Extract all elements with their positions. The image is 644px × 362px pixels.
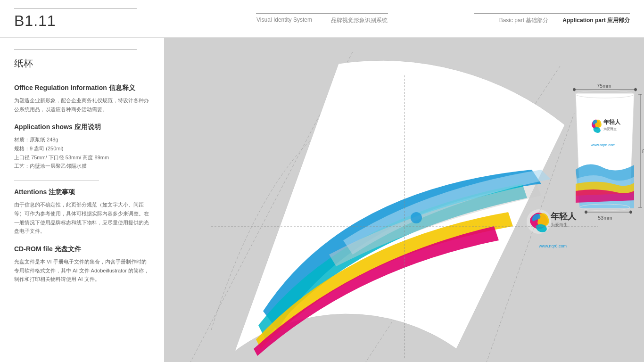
vi-label: Visual Identity System — [256, 16, 312, 25]
header-right-content: Basic part 基础部分 Application part 应用部分 — [474, 13, 630, 25]
cdrom-heading: CD-ROM file 光盘文件 — [14, 245, 150, 254]
svg-text:年轻人: 年轻人 — [603, 119, 621, 125]
main-layout: 纸杯 Office Regulation Information 信息释义 为塑… — [0, 38, 644, 362]
app-item-1: 材质：原浆纸 248g — [14, 135, 150, 144]
header-center: Visual Identity System 品牌视觉形象识别系统 — [256, 13, 388, 25]
svg-text:为爱而生: 为爱而生 — [551, 222, 568, 227]
app-item-3: 上口径 75mm/ 下口径 53mm/ 高度 89mm — [14, 153, 150, 162]
svg-text:www.nqr6.com: www.nqr6.com — [590, 143, 616, 147]
office-reg-body: 为塑造企业新形象，配合企业商务礼仪规范，特设计各种办公系统用品，以适应各种商务活… — [14, 96, 150, 114]
svg-point-21 — [629, 211, 632, 214]
app-item-2: 规格：9 盎司 (250ml) — [14, 144, 150, 153]
sidebar-top-line — [14, 49, 137, 49]
svg-point-20 — [585, 211, 587, 214]
svg-text:53mm: 53mm — [598, 215, 612, 221]
svg-point-15 — [634, 88, 637, 91]
app-part-label: Application part 应用部分 — [562, 16, 630, 25]
header: B1.11 Visual Identity System 品牌视觉形象识别系统 … — [0, 0, 644, 38]
cdrom-body: 光盘文件是本 VI 手册电子文件的集合，内含手册制作时的专用软件格式文件，其中 … — [14, 257, 150, 284]
svg-text:89mm: 89mm — [642, 148, 644, 154]
svg-text:www.nqr6.com: www.nqr6.com — [538, 244, 567, 248]
divider — [14, 180, 99, 181]
app-shows-body: 材质：原浆纸 248g 规格：9 盎司 (250ml) 上口径 75mm/ 下口… — [14, 135, 150, 171]
basic-part-label: Basic part 基础部分 — [499, 16, 549, 25]
app-item-4: 工艺：内壁涂一层聚乙邻隔水膜 — [14, 162, 150, 171]
header-top-line — [256, 13, 388, 14]
attentions-heading: Attentions 注意事项 — [14, 188, 150, 197]
page-id: B1.11 — [14, 12, 56, 29]
app-shows-heading: Application shows 应用说明 — [14, 123, 150, 132]
header-right-labels: Basic part 基础部分 Application part 应用部分 — [499, 16, 630, 25]
header-right: Basic part 基础部分 Application part 应用部分 — [474, 13, 630, 25]
content-area: 年轻人 为爱而生 www.nqr6.com 75mm 53mm — [164, 38, 644, 362]
page-id-wrapper: B1.11 — [14, 8, 137, 30]
svg-text:为爱而生: 为爱而生 — [603, 127, 617, 131]
diagram-svg: 年轻人 为爱而生 www.nqr6.com 75mm 53mm — [164, 38, 644, 362]
svg-text:75mm: 75mm — [597, 83, 611, 89]
office-reg-heading: Office Regulation Information 信息释义 — [14, 84, 150, 92]
section-title: 纸杯 — [14, 57, 150, 70]
sidebar: 纸杯 Office Regulation Information 信息释义 为塑… — [0, 38, 164, 362]
cn-label: 品牌视觉形象识别系统 — [331, 16, 388, 25]
attentions-body: 由于信息的不确定性，此页部分规范（如文字大小、间距等）可作为参考使用，具体可根据… — [14, 200, 150, 236]
svg-text:年轻人: 年轻人 — [550, 212, 577, 221]
svg-point-14 — [573, 88, 576, 91]
svg-point-3 — [411, 212, 422, 223]
header-titles: Visual Identity System 品牌视觉形象识别系统 — [256, 16, 388, 25]
